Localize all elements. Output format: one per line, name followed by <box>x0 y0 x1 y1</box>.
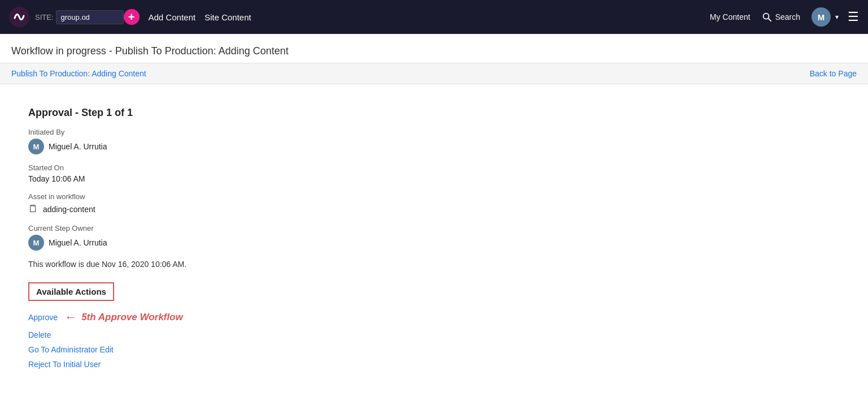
main-content: Approval - Step 1 of 1 Initiated By M Mi… <box>0 84 868 397</box>
started-on-value: Today 10:06 AM <box>28 174 840 183</box>
arrow-annotation: ← 5th Approve Workflow <box>64 310 183 325</box>
initiated-by-user: Miguel A. Urrutia <box>49 142 107 151</box>
search-button[interactable]: Search <box>762 12 800 22</box>
annotation-text: 5th Approve Workflow <box>81 312 183 323</box>
initiated-by-label: Initiated By <box>28 128 840 136</box>
step-owner-avatar: M <box>28 235 44 251</box>
step-owner-user: Miguel A. Urrutia <box>49 238 107 247</box>
logo-icon <box>9 7 29 27</box>
available-actions-title: Available Actions <box>36 287 106 296</box>
add-content-icon: + <box>124 9 140 25</box>
search-icon <box>762 12 772 22</box>
asset-row: 🗒 adding-content <box>28 203 840 215</box>
document-icon: 🗒 <box>28 203 38 215</box>
red-arrow-icon: ← <box>64 310 77 325</box>
available-actions-box: Available Actions <box>28 282 114 301</box>
back-to-page-link[interactable]: Back to Page <box>810 69 857 78</box>
asset-value: adding-content <box>43 205 96 214</box>
step-owner-label: Current Step Owner <box>28 224 840 233</box>
initiated-by-row: M Miguel A. Urrutia <box>28 139 840 154</box>
hamburger-button[interactable]: ☰ <box>848 10 859 24</box>
page-title: Workflow in progress - Publish To Produc… <box>11 45 857 57</box>
top-nav: SITE: + Add Content Site Content My Cont… <box>0 0 868 34</box>
approve-link[interactable]: Approve <box>28 313 58 322</box>
step-owner-row: M Miguel A. Urrutia <box>28 235 840 251</box>
breadcrumb-bar: Publish To Production: Adding Content Ba… <box>0 63 868 84</box>
site-input[interactable] <box>56 10 124 24</box>
workflow-card: Approval - Step 1 of 1 Initiated By M Mi… <box>11 96 857 386</box>
reject-link[interactable]: Reject To Initial User <box>28 360 840 369</box>
due-text: This workflow is due Nov 16, 2020 10:06 … <box>28 260 840 269</box>
user-avatar: M <box>811 7 831 27</box>
breadcrumb-link[interactable]: Publish To Production: Adding Content <box>11 69 146 78</box>
go-to-admin-edit-link[interactable]: Go To Administrator Edit <box>28 345 840 354</box>
approve-row: Approve ← 5th Approve Workflow <box>28 310 840 325</box>
delete-link[interactable]: Delete <box>28 330 840 339</box>
my-content-button[interactable]: My Content <box>710 12 750 21</box>
site-content-button[interactable]: Site Content <box>205 12 251 22</box>
site-label: SITE: <box>35 13 54 21</box>
started-on-label: Started On <box>28 163 840 172</box>
user-dropdown[interactable]: M ▾ <box>811 7 839 27</box>
initiated-by-avatar: M <box>28 139 44 154</box>
svg-line-2 <box>768 19 771 21</box>
chevron-down-icon: ▾ <box>835 13 839 21</box>
asset-label: Asset in workflow <box>28 192 840 201</box>
approval-title: Approval - Step 1 of 1 <box>28 107 840 119</box>
page-title-area: Workflow in progress - Publish To Produc… <box>0 34 868 63</box>
add-content-button[interactable]: Add Content <box>149 12 196 22</box>
